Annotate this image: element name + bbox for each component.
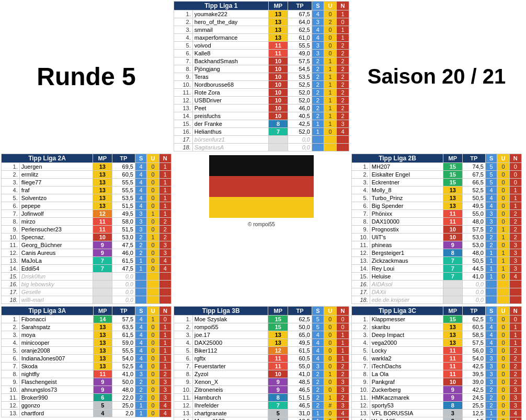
rank-cell: 9.	[352, 226, 370, 234]
n-cell: 2	[159, 234, 171, 241]
mp-cell: 7	[443, 265, 463, 273]
rank-cell: 8.	[2, 370, 20, 378]
n-cell: 1	[509, 202, 521, 210]
table-row: 4.DAX250001349,5401	[174, 339, 349, 347]
u-cell: 0	[324, 410, 336, 417]
s-cell	[135, 296, 146, 304]
u-cell: 1	[324, 57, 336, 65]
u-cell: 0	[147, 394, 159, 402]
tp-cell: 56,0	[462, 347, 485, 355]
s-cell: 3	[485, 370, 497, 378]
rank-cell: 11.	[352, 241, 370, 249]
n-cell: 1	[159, 194, 171, 202]
s-cell: 1	[135, 410, 147, 417]
rank-cell: 12.	[174, 97, 193, 104]
tp-cell: 65,0	[288, 331, 312, 339]
n-cell: 4	[336, 417, 349, 421]
tp-cell: 25,0	[112, 402, 135, 410]
s-cell: 4	[135, 163, 146, 171]
tp-cell: 57,5	[462, 226, 485, 234]
mp-cell: 15	[443, 171, 463, 179]
name-cell: youmake222	[192, 10, 268, 18]
s-cell: 2	[312, 386, 324, 394]
u-cell: 0	[497, 402, 509, 410]
u-cell: 0	[497, 218, 509, 226]
rank-cell: 12.	[2, 402, 20, 410]
n-cell: 2	[509, 226, 521, 234]
name-cell: maxperformance	[192, 34, 268, 42]
name-cell: iTechDachs	[370, 363, 443, 370]
s-cell: 5	[485, 179, 497, 186]
tp-cell: 52,0	[288, 89, 312, 97]
n-cell: 2	[509, 218, 521, 226]
mp-cell: 10	[268, 112, 288, 120]
name-cell: Zuckerberg	[370, 386, 443, 394]
table-row: 13.Peet1046,0212	[174, 104, 349, 112]
n-cell	[159, 273, 171, 281]
s-cell: 2	[485, 226, 497, 234]
mp-cell: 10	[268, 97, 288, 104]
rank-cell: 5.	[2, 347, 20, 355]
tp-cell: 53,0	[112, 234, 135, 241]
u-cell	[497, 296, 509, 304]
name-cell: Moe Szyslak	[192, 316, 268, 323]
u-cell: 1	[324, 73, 336, 81]
s-cell: 2	[135, 249, 146, 257]
table-row: 16.Helianthus752,0104	[174, 128, 349, 136]
n-cell: 2	[336, 370, 349, 378]
tp-cell: 22,0	[112, 394, 135, 402]
u-cell: 0	[324, 316, 336, 323]
s-cell: 3	[135, 226, 146, 234]
u-cell: 0	[324, 378, 336, 386]
name-cell: DAX10000	[370, 218, 443, 226]
rank-cell: 5.	[352, 194, 370, 202]
rank-cell: 13.	[2, 410, 20, 417]
n-cell: 1	[159, 210, 171, 218]
table-row: 9.Prognostix1057,5212	[352, 226, 522, 234]
n-cell: 2	[336, 112, 349, 120]
s-cell: 2	[135, 241, 146, 249]
n-cell: 4	[159, 265, 171, 273]
s-cell: 3	[485, 363, 497, 370]
mp-cell: 13	[443, 339, 463, 347]
tp-cell: 57,5	[462, 339, 485, 347]
n-cell: 2	[509, 210, 521, 218]
s-cell: 3	[312, 50, 324, 57]
tp-cell: 0,0	[288, 136, 312, 144]
table-row: 8.nightfly1141,0302	[2, 370, 171, 378]
s-cell: 3	[135, 370, 147, 378]
table-row: 12.USBDriver1052,0212	[174, 97, 349, 104]
s-cell: 1	[312, 410, 324, 417]
name-cell: sporty53	[370, 402, 443, 410]
s-cell: 2	[312, 402, 324, 410]
mp-cell: 13	[268, 18, 288, 26]
liga3b-table: Tipp Liga 3B MP TP S U N 1.Moe Szyslak15…	[174, 306, 349, 420]
mp-cell: 11	[443, 210, 463, 218]
rank-cell: 1.	[174, 10, 193, 18]
rank-cell: 3.	[174, 331, 193, 339]
s-cell: 3	[485, 355, 497, 363]
mp-cell: 13	[443, 186, 463, 194]
table-row: 3.fliege771355,5401	[2, 179, 171, 186]
mp-cell	[443, 296, 463, 304]
n-cell	[509, 296, 521, 304]
tp-cell: 57,5	[112, 316, 135, 323]
rank-cell: 6.	[352, 202, 370, 210]
table-row: 7.BackhandSmash1057,5212	[174, 57, 349, 65]
mp-cell: 7	[443, 273, 463, 281]
mp-cell: 11	[268, 363, 288, 370]
table-row: 9.Xenon_X948,5203	[174, 378, 349, 386]
u-cell: 0	[497, 186, 509, 194]
rank-cell: 4.	[352, 339, 370, 347]
mp-cell: 13	[268, 10, 288, 18]
rank-cell: 3.	[352, 331, 370, 339]
mp-cell: 11	[443, 355, 463, 363]
table-row: 12.sporty53825,5203	[352, 402, 522, 410]
table-row: 10.Nordborusse681052,5212	[174, 81, 349, 89]
s-cell: 5	[485, 171, 497, 179]
mp-cell: 4	[93, 410, 112, 417]
mp-cell: 9	[443, 386, 463, 394]
s-cell: 2	[312, 370, 324, 378]
mp-cell: 13	[93, 339, 112, 347]
table-row: 15.Heluise741,0104	[352, 273, 522, 281]
